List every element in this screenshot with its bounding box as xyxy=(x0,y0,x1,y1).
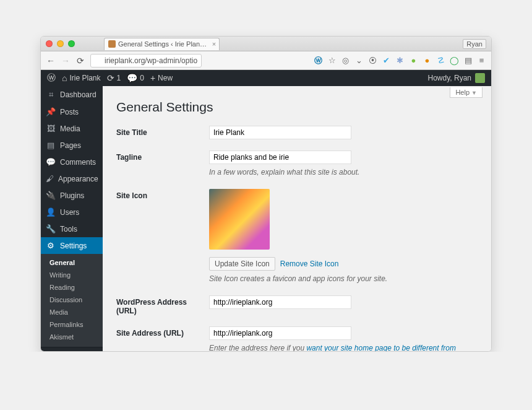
sidebar-item-tools[interactable]: 🔧Tools xyxy=(41,220,103,237)
comments-menu[interactable]: 💬0 xyxy=(127,73,144,83)
sidebar-label: Comments xyxy=(60,158,96,167)
pin-icon: 📌 xyxy=(46,107,56,116)
site-name-menu[interactable]: ⌂Irie Plank xyxy=(62,73,101,83)
sidebar-label: Appearance xyxy=(58,175,98,183)
sidebar-label: Pages xyxy=(60,141,81,150)
sidebar-item-users[interactable]: 👤Users xyxy=(41,204,103,220)
wp-admin: ⓦ ⌂Irie Plank ⟳1 💬0 +New Howdy, Ryan ⌗Da… xyxy=(41,70,491,351)
site-name-label: Irie Plank xyxy=(69,74,100,82)
home-icon: ⌂ xyxy=(62,73,67,83)
browser-profile-badge[interactable]: Ryan xyxy=(463,39,486,49)
favicon-icon xyxy=(108,40,116,48)
sidebar-label: Plugins xyxy=(60,191,84,200)
label-tagline: Tagline xyxy=(116,150,209,178)
sidebar-item-comments[interactable]: 💬Comments xyxy=(41,154,103,170)
chrome-menu-icon[interactable]: ≡ xyxy=(477,56,486,65)
submenu-discussion[interactable]: Discussion xyxy=(41,294,103,306)
tab-title: General Settings ‹ Irie Plan… xyxy=(118,40,207,48)
pocket-icon[interactable]: ⌄ xyxy=(354,56,364,65)
submenu-permalinks[interactable]: Permalinks xyxy=(41,318,103,331)
sidebar-item-settings[interactable]: ⚙Settings xyxy=(41,237,103,254)
sliders-icon: ⚙ xyxy=(46,241,56,250)
traffic-light-minimize[interactable] xyxy=(57,40,64,47)
sidebar-item-media[interactable]: 🖾Media xyxy=(41,120,103,137)
help-label: Help xyxy=(455,89,470,96)
sidebar-item-plugins[interactable]: 🔌Plugins xyxy=(41,187,103,204)
site-icon-description: Site Icon creates a favicon and app icon… xyxy=(209,273,457,284)
remove-site-icon-link[interactable]: Remove Site Icon xyxy=(280,260,339,268)
brush-icon: 🖌 xyxy=(46,174,54,183)
back-button[interactable]: ← xyxy=(46,56,56,66)
green-ring-icon[interactable]: ◯ xyxy=(450,56,459,65)
sidebar-label: Settings xyxy=(60,242,87,250)
label-site-title: Site Title xyxy=(116,126,209,139)
mac-titlebar: General Settings ‹ Irie Plan… × Ryan xyxy=(41,37,491,51)
forward-button[interactable]: → xyxy=(61,56,71,66)
orange-dot-icon[interactable]: ● xyxy=(423,56,432,65)
collapse-menu-button[interactable]: ◀Collapse menu xyxy=(41,347,103,351)
sidebar-label: Dashboard xyxy=(60,90,97,99)
plus-icon: + xyxy=(150,73,155,83)
content-area: Help ▼ General Settings Site Title Tagli… xyxy=(103,86,491,351)
sidebar-item-pages[interactable]: ▤Pages xyxy=(41,137,103,154)
site-icon-preview xyxy=(209,189,270,250)
close-tab-icon[interactable]: × xyxy=(212,40,216,48)
dashboard-icon: ⌗ xyxy=(46,90,56,100)
browser-window: General Settings ‹ Irie Plan… × Ryan ← →… xyxy=(40,36,492,352)
admin-sidebar: ⌗Dashboard 📌Posts 🖾Media ▤Pages 💬Comment… xyxy=(41,86,103,351)
updates-menu[interactable]: ⟳1 xyxy=(107,73,121,83)
traffic-light-zoom[interactable] xyxy=(68,40,75,47)
update-site-icon-button[interactable]: Update Site Icon xyxy=(209,257,275,271)
clip-icon[interactable]: ▤ xyxy=(463,56,473,65)
submenu-akismet[interactable]: Akismet xyxy=(41,331,103,343)
new-content-menu[interactable]: +New xyxy=(150,73,173,83)
sidebar-item-posts[interactable]: 📌Posts xyxy=(41,103,103,120)
sidebar-label: Media xyxy=(60,124,80,133)
wp-address-input[interactable] xyxy=(209,295,351,309)
wifi-icon[interactable]: ⦿ xyxy=(368,56,377,65)
submenu-reading[interactable]: Reading xyxy=(41,281,103,294)
wordpress-ext-icon[interactable]: ⓦ xyxy=(314,56,323,65)
submenu-media[interactable]: Media xyxy=(41,306,103,318)
sidebar-item-appearance[interactable]: 🖌Appearance xyxy=(41,170,103,187)
help-tab[interactable]: Help ▼ xyxy=(450,87,483,98)
settings-submenu: General Writing Reading Discussion Media… xyxy=(41,254,103,347)
url-input[interactable] xyxy=(90,54,202,68)
site-address-description: Enter the address here if you want your … xyxy=(209,342,457,351)
person-ext-icon[interactable]: ☡ xyxy=(436,56,445,65)
chevron-down-icon: ▼ xyxy=(471,90,477,96)
star-icon[interactable]: ☆ xyxy=(327,56,337,65)
media-icon: 🖾 xyxy=(46,124,56,133)
circle-ext-icon[interactable]: ◎ xyxy=(341,56,350,65)
wp-admin-bar: ⓦ ⌂Irie Plank ⟳1 💬0 +New Howdy, Ryan xyxy=(41,70,491,86)
tagline-input[interactable] xyxy=(209,150,351,164)
user-avatar-icon[interactable] xyxy=(475,73,485,83)
howdy-label[interactable]: Howdy, Ryan xyxy=(428,74,471,82)
comment-bubble-icon: 💬 xyxy=(127,73,137,83)
reload-button[interactable]: ⟳ xyxy=(75,56,85,66)
globe-icon[interactable]: ✱ xyxy=(395,56,405,65)
plug-icon: 🔌 xyxy=(46,191,56,200)
site-title-input[interactable] xyxy=(209,126,351,139)
page-icon: ▤ xyxy=(46,141,56,150)
label-site-icon: Site Icon xyxy=(116,189,209,284)
sidebar-item-dashboard[interactable]: ⌗Dashboard xyxy=(41,86,103,103)
wordpress-logo-icon: ⓦ xyxy=(47,72,56,84)
submenu-writing[interactable]: Writing xyxy=(41,269,103,281)
sidebar-label: Users xyxy=(60,208,79,217)
tagline-description: In a few words, explain what this site i… xyxy=(209,167,457,178)
updates-icon: ⟳ xyxy=(107,73,114,83)
submenu-general[interactable]: General xyxy=(41,256,103,269)
browser-toolbar: ← → ⟳ ⓦ ☆ ◎ ⌄ ⦿ ✔ ✱ ● ● ☡ ◯ ▤ ≡ xyxy=(41,51,491,70)
comment-icon: 💬 xyxy=(46,157,56,167)
comments-count: 0 xyxy=(140,74,144,82)
traffic-light-close[interactable] xyxy=(46,40,53,47)
browser-tab[interactable]: General Settings ‹ Irie Plan… × xyxy=(104,38,220,50)
site-address-input[interactable] xyxy=(209,326,351,340)
wp-logo-menu[interactable]: ⓦ xyxy=(47,72,56,84)
label-wp-address: WordPress Address (URL) xyxy=(116,295,209,315)
checkmark-ext-icon[interactable]: ✔ xyxy=(382,56,391,65)
label-site-address: Site Address (URL) xyxy=(116,326,209,351)
green-dot-icon[interactable]: ● xyxy=(409,56,418,65)
url-bar-wrap xyxy=(90,54,309,68)
